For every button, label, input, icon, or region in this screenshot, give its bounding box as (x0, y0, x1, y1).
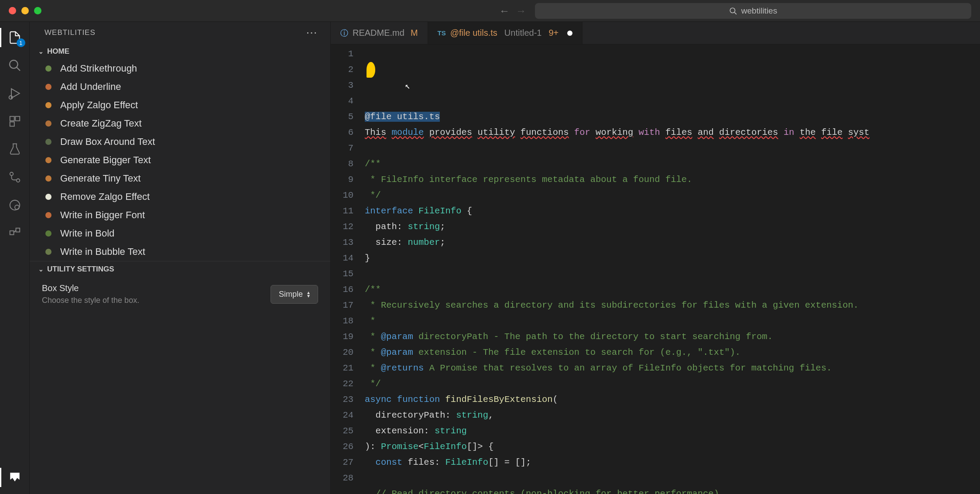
svg-line-1 (734, 12, 737, 14)
explorer-activity[interactable]: 1 (7, 30, 23, 45)
item-dot-icon (45, 139, 51, 145)
editor-tab[interactable]: TS@file utils.tsUntitled-19+ (428, 22, 583, 44)
code-line[interactable]: directoryPath: string, (365, 408, 980, 423)
code-line[interactable] (365, 141, 980, 156)
sidebar-item[interactable]: Create ZigZag Text (30, 114, 330, 133)
code-line[interactable]: /** (365, 156, 980, 172)
sidebar-item[interactable]: Write in Bold (30, 224, 330, 243)
source-control-activity[interactable] (7, 169, 23, 185)
code-line[interactable]: ): Promise<FileInfo[]> { (365, 439, 980, 455)
tab-suffix: Untitled-1 (504, 28, 542, 38)
sidebar-item-label: Write in Bigger Font (60, 209, 145, 221)
code-line[interactable]: /** (365, 282, 980, 298)
line-number: 1 (331, 46, 353, 62)
svg-point-11 (16, 179, 20, 182)
containers-activity[interactable] (7, 197, 23, 213)
sidebar-item[interactable]: Apply Zalgo Effect (30, 96, 330, 114)
code-line[interactable]: This module provides utility functions f… (365, 125, 980, 141)
sidebar-item[interactable]: Write in Bigger Font (30, 206, 330, 224)
command-center-search[interactable]: webtilities (535, 3, 971, 19)
code-line[interactable]: * @param extension - The file extension … (365, 345, 980, 360)
sidebar-item-label: Write in Bold (60, 228, 114, 239)
code-line[interactable]: const files: FileInfo[] = []; (365, 455, 980, 470)
git-icon (8, 171, 21, 184)
section-settings-header[interactable]: ⌄ UTILITY SETTINGS (30, 261, 330, 277)
sidebar-item[interactable]: Add Underline (30, 78, 330, 96)
tab-filename: @file utils.ts (450, 28, 497, 38)
svg-rect-8 (10, 122, 14, 126)
sidebar-item[interactable]: Add Strikethrough (30, 59, 330, 78)
line-number: 15 (331, 266, 353, 282)
code-line[interactable]: // Read directory contents (non-blocking… (365, 486, 980, 494)
activity-bar: 1 (0, 22, 30, 494)
line-number: 18 (331, 313, 353, 329)
code-line[interactable] (365, 266, 980, 282)
code-line[interactable]: @file utils.ts (365, 109, 980, 125)
box-style-select[interactable]: Simple ▴▾ (271, 285, 318, 304)
mouse-cursor-icon: ↖ (405, 79, 410, 94)
sidebar-item[interactable]: Write in Bubble Text (30, 243, 330, 261)
code-line[interactable]: async function findFilesByExtension( (365, 392, 980, 408)
search-icon (729, 7, 737, 15)
svg-point-0 (730, 8, 735, 13)
ports-activity[interactable] (7, 225, 23, 241)
webtilities-activity[interactable] (7, 470, 23, 485)
nav-back-button[interactable]: ← (499, 5, 510, 17)
lightbulb-icon[interactable] (367, 62, 375, 78)
sidebar-item-label: Generate Bigger Text (60, 154, 151, 166)
code-line[interactable]: interface FileInfo { (365, 203, 980, 219)
sidebar-item-label: Remove Zalgo Effect (60, 191, 150, 202)
code-line[interactable]: path: string; (365, 219, 980, 235)
tab-status: M (411, 28, 418, 38)
extensions-activity[interactable] (7, 113, 23, 129)
flask-icon (8, 143, 21, 156)
item-dot-icon (45, 194, 51, 200)
section-settings-label: UTILITY SETTINGS (47, 265, 114, 274)
code-line[interactable]: * (365, 313, 980, 329)
svg-rect-15 (16, 228, 20, 232)
code-line[interactable]: extension: string (365, 423, 980, 439)
sidebar-item-label: Write in Bubble Text (60, 246, 145, 257)
code-line[interactable]: */ (365, 376, 980, 392)
code-line[interactable]: * @returns A Promise that resolves to an… (365, 360, 980, 376)
code-content[interactable]: ↖ @file utils.tsThis module provides uti… (365, 45, 980, 494)
code-line[interactable] (365, 470, 980, 486)
sidebar-item[interactable]: Remove Zalgo Effect (30, 188, 330, 206)
line-number: 26 (331, 439, 353, 455)
sidebar-item[interactable]: Draw Box Around Text (30, 133, 330, 151)
code-line[interactable]: * Recursively searches a directory and i… (365, 298, 980, 313)
line-number: 13 (331, 235, 353, 250)
line-number: 14 (331, 250, 353, 266)
line-number: 27 (331, 455, 353, 470)
code-line[interactable]: */ (365, 188, 980, 203)
sidebar-item[interactable]: Generate Bigger Text (30, 151, 330, 169)
code-line[interactable]: size: number; (365, 235, 980, 250)
line-number: 10 (331, 188, 353, 203)
search-activity[interactable] (7, 58, 23, 73)
line-number: 16 (331, 282, 353, 298)
more-actions-button[interactable]: ⋯ (306, 26, 318, 40)
sidebar-item-label: Draw Box Around Text (60, 136, 155, 148)
sidebar-item[interactable]: Generate Tiny Text (30, 169, 330, 188)
nav-forward-button[interactable]: → (516, 5, 526, 17)
maximize-window-button[interactable] (34, 7, 41, 14)
testing-activity[interactable] (7, 141, 23, 157)
sidebar-item-label: Add Underline (60, 81, 121, 93)
code-line[interactable]: * FileInfo interface represents metadata… (365, 172, 980, 188)
code-editor[interactable]: 1234567891011121314151617181920212223242… (331, 45, 980, 494)
minimize-window-button[interactable] (21, 7, 29, 14)
sidebar-item-label: Apply Zalgo Effect (60, 99, 138, 111)
item-dot-icon (45, 212, 51, 218)
close-window-button[interactable] (9, 7, 16, 14)
section-home-header[interactable]: ⌄ HOME (30, 44, 330, 59)
line-number: 28 (331, 470, 353, 486)
line-number: 22 (331, 376, 353, 392)
editor-tab[interactable]: ⓘREADME.mdM (331, 22, 428, 44)
line-number: 23 (331, 392, 353, 408)
run-debug-activity[interactable] (7, 86, 23, 101)
remote-icon (8, 199, 21, 212)
item-dot-icon (45, 120, 51, 127)
code-line[interactable]: * @param directoryPath - The path to the… (365, 329, 980, 345)
item-dot-icon (45, 230, 51, 237)
code-line[interactable]: } (365, 250, 980, 266)
